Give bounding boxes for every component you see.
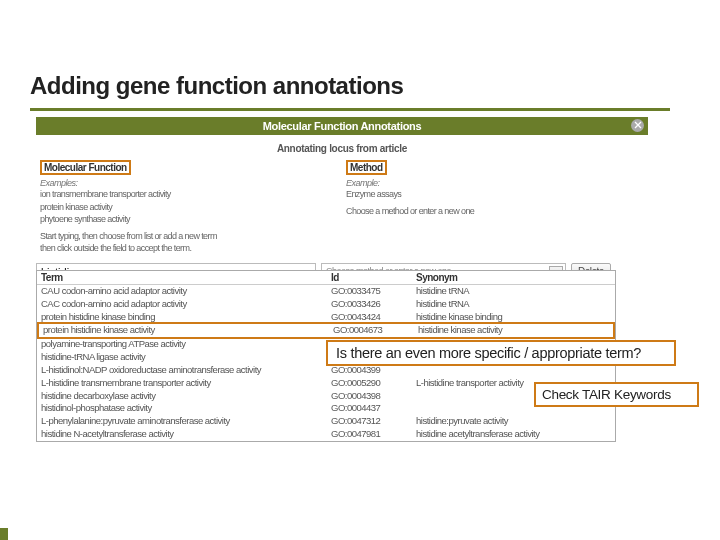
dropdown-header: Term Id Synonym	[37, 271, 615, 285]
callout-tair-keywords: Check TAIR Keywords	[534, 382, 699, 407]
dropdown-id: GO:0033426	[327, 298, 412, 311]
dropdown-synonym: histidine acetyltransferase activity	[412, 428, 615, 441]
mf-instruction: then click outside the field to accept t…	[40, 242, 336, 255]
dropdown-id: GO:0047981	[327, 428, 412, 441]
dropdown-term: protein histidine kinase activity	[39, 324, 329, 337]
method-panel: Method Example: Enzyme assays Choose a m…	[342, 158, 648, 257]
dropdown-synonym: histidine:pyruvate activity	[412, 415, 615, 428]
mf-instruction: Start typing, then choose from list or a…	[40, 230, 336, 243]
dropdown-term: polyamine-transporting ATPase activity	[37, 338, 327, 351]
close-button[interactable]	[631, 119, 644, 132]
mf-example: ion transmembrane transporter activity	[40, 188, 336, 201]
dialog-subtitle: Annotating locus from article	[36, 135, 648, 158]
close-icon	[634, 121, 642, 131]
method-example-label: Example:	[346, 178, 642, 188]
dropdown-synonym: histidine tRNA	[412, 285, 615, 298]
dropdown-term: L-histidine transmembrane transporter ac…	[37, 377, 327, 390]
mf-example: protein kinase activity	[40, 201, 336, 214]
mf-examples-label: Examples:	[40, 178, 336, 188]
dropdown-row[interactable]: CAU codon-amino acid adaptor activityGO:…	[37, 285, 615, 298]
dropdown-synonym: histidine kinase binding	[412, 311, 615, 324]
dropdown-term: protein histidine kinase binding	[37, 311, 327, 324]
dropdown-id: GO:0004673	[329, 324, 414, 337]
dropdown-id: GO:0033475	[327, 285, 412, 298]
dropdown-term: CAU codon-amino acid adaptor activity	[37, 285, 327, 298]
col-term: Term	[37, 271, 327, 284]
method-example: Enzyme assays	[346, 188, 642, 201]
dropdown-term: histidine-tRNA ligase activity	[37, 351, 327, 364]
dropdown-row[interactable]: histidine decarboxylase activityGO:00043…	[37, 390, 615, 403]
callout-specific-term: Is there an even more specific / appropr…	[326, 340, 676, 366]
dropdown-id: GO:0004398	[327, 390, 412, 403]
annotation-dialog: Molecular Function Annotations Annotatin…	[36, 117, 648, 281]
dropdown-row[interactable]: CAC codon-amino acid adaptor activityGO:…	[37, 298, 615, 311]
dropdown-id: GO:0047312	[327, 415, 412, 428]
dropdown-synonym: histidine kinase activity	[414, 324, 613, 337]
dropdown-term: CAC codon-amino acid adaptor activity	[37, 298, 327, 311]
dropdown-term: L-histidinol:NADP oxidoreductase aminotr…	[37, 364, 327, 377]
dropdown-term: histidinol-phosphatase activity	[37, 402, 327, 415]
col-synonym: Synonym	[412, 271, 615, 284]
dropdown-id: GO:0043424	[327, 311, 412, 324]
col-id: Id	[327, 271, 412, 284]
method-header: Method	[346, 160, 387, 175]
dropdown-row[interactable]: L-phenylalanine:pyruvate aminotransferas…	[37, 415, 615, 428]
dropdown-id: GO:0004437	[327, 402, 412, 415]
dropdown-term: histidine decarboxylase activity	[37, 390, 327, 403]
dropdown-id: GO:0005290	[327, 377, 412, 390]
mf-example: phytoene synthase activity	[40, 213, 336, 226]
molecular-function-panel: Molecular Function Examples: ion transme…	[36, 158, 342, 257]
dialog-title: Molecular Function Annotations	[263, 120, 422, 132]
dropdown-row[interactable]: histidine N-acetyltransferase activityGO…	[37, 428, 615, 441]
method-instruction: Choose a method or enter a new one	[346, 205, 642, 218]
accent-bar	[30, 108, 670, 111]
dropdown-term: L-phenylalanine:pyruvate aminotransferas…	[37, 415, 327, 428]
dropdown-row[interactable]: protein histidine kinase activityGO:0004…	[37, 322, 615, 339]
slide-decoration	[0, 528, 8, 540]
dropdown-row[interactable]: protein histidine kinase bindingGO:00434…	[37, 311, 615, 324]
dropdown-term: histidine N-acetyltransferase activity	[37, 428, 327, 441]
dropdown-row[interactable]: histidinol-phosphatase activityGO:000443…	[37, 402, 615, 415]
dropdown-row[interactable]: L-histidine transmembrane transporter ac…	[37, 377, 615, 390]
dropdown-synonym: histidine tRNA	[412, 298, 615, 311]
dialog-titlebar: Molecular Function Annotations	[36, 117, 648, 135]
mf-header: Molecular Function	[40, 160, 131, 175]
page-title: Adding gene function annotations	[30, 72, 690, 100]
